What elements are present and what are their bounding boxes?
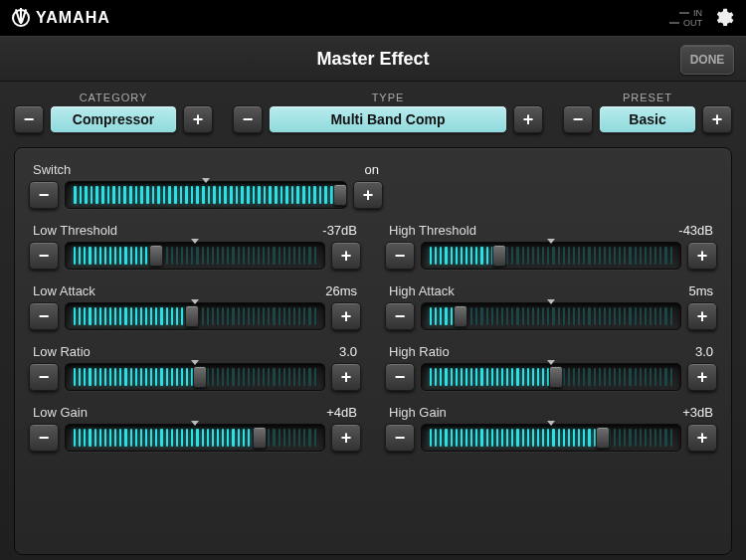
page-title: Master Effect xyxy=(316,49,429,70)
slider-marker xyxy=(191,299,199,304)
param-label: Low Attack xyxy=(33,283,95,298)
slider-thumb[interactable] xyxy=(253,427,267,449)
type-label: TYPE xyxy=(372,92,405,103)
param-low-ratio: Low Ratio3.0−+ xyxy=(27,338,363,399)
type-minus-button[interactable]: − xyxy=(233,105,263,133)
param-low-attack-minus-button[interactable]: − xyxy=(29,302,59,330)
slider-thumb[interactable] xyxy=(185,305,199,327)
param-low-threshold-slider[interactable] xyxy=(65,242,325,270)
param-high-threshold: High Threshold-43dB−+ xyxy=(383,217,719,278)
slider-marker xyxy=(547,239,555,244)
param-low-ratio-slider[interactable] xyxy=(65,363,325,391)
param-high-ratio-plus-button[interactable]: + xyxy=(687,363,717,391)
slider-marker xyxy=(547,360,555,365)
param-label: High Attack xyxy=(389,283,455,298)
param-label: Switch xyxy=(33,162,71,177)
slider-thumb[interactable] xyxy=(454,305,467,327)
param-high-threshold-plus-button[interactable]: + xyxy=(687,242,717,270)
param-low-threshold: Low Threshold-37dB−+ xyxy=(27,217,363,278)
slider-thumb[interactable] xyxy=(193,366,207,388)
io-indicator: IN OUT xyxy=(669,8,702,28)
param-value: +4dB xyxy=(326,405,357,420)
preset-label: PRESET xyxy=(623,92,672,103)
param-low-ratio-minus-button[interactable]: − xyxy=(29,363,59,391)
slider-marker xyxy=(202,178,210,183)
type-plus-button[interactable]: + xyxy=(513,105,543,133)
param-label: High Ratio xyxy=(389,344,450,359)
param-label: Low Gain xyxy=(33,405,88,420)
param-high-ratio: High Ratio3.0−+ xyxy=(383,338,719,399)
param-value: 3.0 xyxy=(695,344,713,359)
slider-marker xyxy=(191,421,199,426)
param-low-gain-minus-button[interactable]: − xyxy=(29,424,59,452)
param-label: High Gain xyxy=(389,405,447,420)
logo-text: YAMAHA xyxy=(36,9,110,27)
param-value: -37dB xyxy=(322,223,357,238)
gear-icon[interactable] xyxy=(712,7,734,29)
param-high-gain-slider[interactable] xyxy=(421,424,681,452)
param-high-attack-minus-button[interactable]: − xyxy=(385,302,415,330)
param-low-threshold-plus-button[interactable]: + xyxy=(331,242,361,270)
param-value: +3dB xyxy=(682,405,713,420)
param-value: 3.0 xyxy=(339,344,357,359)
slider-thumb[interactable] xyxy=(596,427,610,449)
slider-thumb[interactable] xyxy=(549,366,563,388)
category-plus-button[interactable]: + xyxy=(183,105,213,133)
param-high-threshold-minus-button[interactable]: − xyxy=(385,242,415,270)
param-switch-slider[interactable] xyxy=(65,181,347,209)
param-low-threshold-minus-button[interactable]: − xyxy=(29,242,59,270)
param-high-attack: High Attack5ms−+ xyxy=(383,278,719,338)
params-panel: Switchon−+Low Threshold-37dB−+High Thres… xyxy=(14,147,732,555)
category-minus-button[interactable]: − xyxy=(14,105,44,133)
slider-thumb[interactable] xyxy=(149,245,163,267)
param-label: Low Threshold xyxy=(33,223,117,238)
param-value: -43dB xyxy=(678,223,713,238)
param-high-ratio-minus-button[interactable]: − xyxy=(385,363,415,391)
param-high-gain-minus-button[interactable]: − xyxy=(385,424,415,452)
param-label: Low Ratio xyxy=(33,344,91,359)
param-high-threshold-slider[interactable] xyxy=(421,242,681,270)
slider-thumb[interactable] xyxy=(333,184,347,206)
slider-thumb[interactable] xyxy=(492,245,506,267)
slider-marker xyxy=(191,360,199,365)
param-switch-minus-button[interactable]: − xyxy=(29,181,59,209)
param-switch-plus-button[interactable]: + xyxy=(353,181,383,209)
type-display[interactable]: Multi Band Comp xyxy=(269,105,507,133)
category-label: CATEGORY xyxy=(80,92,148,103)
param-low-attack-slider[interactable] xyxy=(65,302,325,330)
yamaha-logo: YAMAHA xyxy=(12,9,110,27)
slider-marker xyxy=(547,299,555,304)
param-low-ratio-plus-button[interactable]: + xyxy=(331,363,361,391)
preset-minus-button[interactable]: − xyxy=(563,105,593,133)
preset-display[interactable]: Basic xyxy=(599,105,696,133)
param-switch: Switchon−+ xyxy=(27,156,385,217)
preset-plus-button[interactable]: + xyxy=(702,105,732,133)
done-label: DONE xyxy=(690,53,725,67)
done-button[interactable]: DONE xyxy=(680,45,734,75)
param-label: High Threshold xyxy=(389,223,476,238)
param-value: 5ms xyxy=(688,283,713,298)
param-low-gain-plus-button[interactable]: + xyxy=(331,424,361,452)
param-low-attack-plus-button[interactable]: + xyxy=(331,302,361,330)
param-value: on xyxy=(365,162,379,177)
slider-marker xyxy=(547,421,555,426)
slider-marker xyxy=(191,239,199,244)
param-low-gain-slider[interactable] xyxy=(65,424,325,452)
param-high-attack-slider[interactable] xyxy=(421,302,681,330)
param-value: 26ms xyxy=(325,283,357,298)
param-low-attack: Low Attack26ms−+ xyxy=(27,278,363,338)
param-high-gain-plus-button[interactable]: + xyxy=(687,424,717,452)
param-high-ratio-slider[interactable] xyxy=(421,363,681,391)
param-high-attack-plus-button[interactable]: + xyxy=(687,302,717,330)
param-low-gain: Low Gain+4dB−+ xyxy=(27,399,363,460)
category-display[interactable]: Compressor xyxy=(50,105,177,133)
param-high-gain: High Gain+3dB−+ xyxy=(383,399,719,460)
